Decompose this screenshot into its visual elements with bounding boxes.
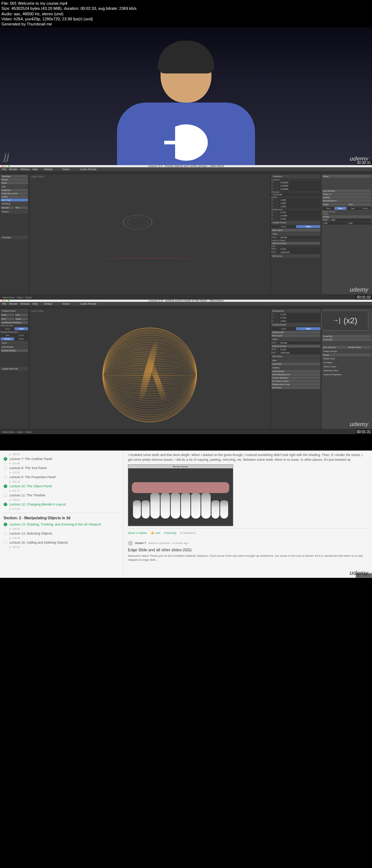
apply-button[interactable]: Apply bbox=[322, 203, 347, 206]
menu-render[interactable]: Render bbox=[9, 168, 17, 171]
scene-source-tab[interactable]: Scene bbox=[1, 327, 14, 330]
scale-button[interactable]: Scale bbox=[1, 181, 28, 184]
lecture-item[interactable]: Lecture 13: Rotating, Trucking, and Zoom… bbox=[4, 521, 120, 527]
lecture-item[interactable]: Lecture 10: The Object Panel bbox=[4, 483, 120, 489]
uv-maps-header[interactable]: UV Maps bbox=[322, 361, 371, 364]
cursor-tab[interactable]: Cursor bbox=[15, 334, 28, 337]
erase-button[interactable]: Erase bbox=[15, 317, 28, 320]
scale-z[interactable]: 1.000 bbox=[279, 205, 320, 208]
poly-button[interactable]: Poly bbox=[1, 317, 14, 320]
menu-help[interactable]: Help bbox=[32, 168, 37, 171]
auto-smooth[interactable]: Auto Smooth bbox=[322, 346, 347, 349]
obj-origins-check[interactable]: All Object Origins bbox=[271, 380, 320, 383]
lock-cursor[interactable]: Lock to Cursor bbox=[271, 242, 320, 245]
double-sided[interactable]: Double Sided bbox=[347, 346, 372, 349]
like-button[interactable]: Like bbox=[155, 531, 161, 535]
outline-sel-check[interactable]: Outline Selected bbox=[271, 376, 320, 379]
translate-button[interactable]: Translate bbox=[1, 175, 28, 178]
menu-help[interactable]: Help bbox=[32, 303, 37, 305]
draw-button[interactable]: Draw bbox=[1, 313, 14, 316]
lock-cursor[interactable]: Lock to Cursor bbox=[271, 345, 320, 348]
object-menu[interactable]: Object bbox=[17, 431, 23, 433]
question-title[interactable]: Edge Slide and all other slides (GG) bbox=[128, 547, 368, 553]
outliner-cube1[interactable]: Cube.003 bbox=[322, 335, 371, 338]
dim-z[interactable]: 2.652 bbox=[279, 320, 320, 323]
lens-val[interactable]: 35.000 bbox=[279, 236, 320, 239]
vertex-groups-header[interactable]: Vertex Groups bbox=[322, 349, 371, 353]
outliner-plane[interactable]: Plane bbox=[322, 175, 371, 178]
section-header[interactable]: Section: 2 - Manipulating Objects in 3d bbox=[4, 513, 120, 521]
dimensions-header[interactable]: Dimensions bbox=[271, 309, 320, 313]
world-bg-check[interactable]: World Background bbox=[271, 373, 320, 376]
object-mode-selector[interactable]: Object Mode bbox=[2, 296, 15, 299]
enable-editing[interactable]: Enable Editing bbox=[1, 349, 28, 352]
close-icon[interactable] bbox=[2, 300, 4, 301]
following-button[interactable]: Following bbox=[164, 531, 176, 535]
only-render-check[interactable]: Only Render bbox=[271, 370, 320, 373]
maximize-icon[interactable] bbox=[8, 300, 9, 301]
menu-window[interactable]: Window bbox=[20, 168, 29, 171]
modifier-tube[interactable]: Tube_v1 bbox=[322, 193, 371, 196]
copy-button[interactable]: Copy bbox=[347, 203, 372, 206]
empty-field[interactable]: Empty bbox=[322, 215, 371, 218]
clip-start[interactable]: 0.100 bbox=[279, 348, 320, 351]
bend-tab[interactable]: Bend bbox=[335, 207, 347, 210]
close-icon[interactable] bbox=[2, 165, 4, 167]
duplicate-linked-button[interactable]: Duplicate Linked bbox=[1, 192, 28, 195]
loc-y[interactable]: 0.00000 bbox=[279, 184, 320, 187]
stretch-tab[interactable]: Stretch bbox=[359, 207, 371, 210]
dim-x[interactable]: 5.415 bbox=[279, 211, 320, 214]
lecture-item[interactable]: Lecture 14: Selecting Objects bbox=[4, 531, 120, 536]
toggle-editmode[interactable]: Toggle Editmode bbox=[1, 367, 28, 371]
geometry-data-header[interactable]: Geometry Data bbox=[322, 369, 371, 372]
transform-header[interactable]: Transform bbox=[271, 175, 320, 178]
lecture-item[interactable]: Lecture 9: The Properties Panel bbox=[4, 474, 120, 480]
3d-viewport[interactable]: User Ortho bbox=[29, 174, 270, 295]
rot-mode[interactable]: XYZ Euler bbox=[271, 193, 320, 196]
lens-val[interactable]: 35.000 bbox=[279, 341, 320, 344]
object-menu[interactable]: Object bbox=[17, 296, 23, 299]
stroke-tab[interactable]: Stroke bbox=[15, 337, 28, 340]
modifier-solidify[interactable]: Solidify bbox=[322, 196, 371, 199]
group-item[interactable]: Group bbox=[322, 353, 371, 356]
view-header[interactable]: View bbox=[271, 337, 320, 341]
flat-button[interactable]: Flat bbox=[15, 206, 28, 209]
scene-selector[interactable]: Scene bbox=[62, 168, 70, 171]
lecture-item[interactable]: Lecture 7: The Outliner Panel bbox=[4, 456, 120, 462]
duplicate-button[interactable]: Duplicate bbox=[1, 189, 28, 192]
lecture-item[interactable]: Lecture 15: Adding and Deleting Objects bbox=[4, 540, 120, 545]
grease-pencil-header[interactable]: Grease Pencil bbox=[271, 221, 320, 224]
object-tab[interactable]: Object bbox=[296, 225, 320, 228]
scene-selector[interactable]: Scene bbox=[62, 303, 70, 305]
layout-selector[interactable]: Default bbox=[44, 168, 52, 171]
layout-selector[interactable]: Default bbox=[44, 303, 52, 305]
add-modifier-button[interactable]: Add Modifier bbox=[322, 189, 371, 192]
render-engine[interactable]: Cycles Render bbox=[80, 168, 97, 171]
outliner-cube2[interactable]: Cube.002 bbox=[322, 338, 371, 341]
dim-y[interactable]: 11.000 bbox=[279, 214, 320, 217]
scale-y[interactable]: 1.000 bbox=[279, 202, 320, 205]
minimize-icon[interactable] bbox=[5, 165, 7, 167]
smooth-button[interactable]: Smooth bbox=[1, 206, 14, 209]
show-replies-link[interactable]: Show 3 replies bbox=[128, 531, 147, 535]
relationship-check[interactable]: Relationship Lines bbox=[271, 383, 320, 386]
angle-val[interactable]: 360° bbox=[330, 219, 371, 221]
scale-x[interactable]: 1.000 bbox=[279, 199, 320, 201]
clip-end[interactable]: 1000.000 bbox=[279, 351, 320, 354]
item-header[interactable]: Item bbox=[271, 359, 320, 362]
grid-floor-check[interactable]: Grid Floor bbox=[271, 386, 320, 389]
scene-tab[interactable]: Scene bbox=[271, 225, 296, 228]
clip-end[interactable]: 1000.000 bbox=[279, 251, 320, 254]
dim-x[interactable]: 5.278 bbox=[279, 313, 320, 316]
limit-low[interactable]: 0.00 bbox=[322, 222, 347, 225]
continuous-checkbox[interactable]: Continuous Drawing bbox=[1, 321, 28, 324]
line-button[interactable]: Line bbox=[15, 313, 28, 316]
orientation[interactable]: Global bbox=[25, 431, 31, 433]
lecture-item[interactable]: Lecture 12: Changing Blender's Layout bbox=[4, 501, 120, 507]
render-engine[interactable]: Cycles Render bbox=[80, 303, 97, 305]
scene-tab[interactable]: Scene bbox=[271, 327, 296, 330]
lecture-item[interactable]: Lecture 8: The Tool Panel bbox=[4, 465, 120, 471]
shape-keys-header[interactable]: Shape Keys bbox=[322, 357, 371, 360]
loc-x[interactable]: 0.00000 bbox=[279, 181, 320, 184]
dim-y[interactable]: 5.278 bbox=[279, 316, 320, 319]
